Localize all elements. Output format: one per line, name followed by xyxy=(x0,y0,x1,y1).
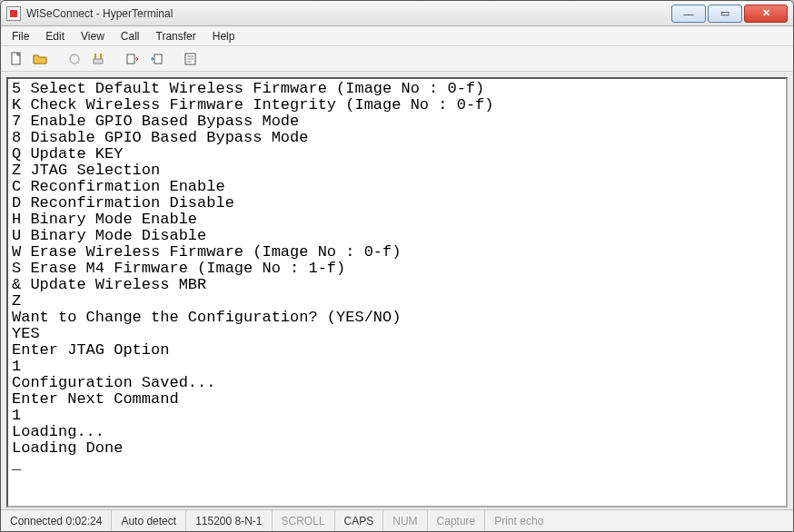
minimize-button[interactable]: — xyxy=(671,5,706,23)
toolbar xyxy=(1,46,793,72)
menu-edit[interactable]: Edit xyxy=(38,28,72,44)
connect-icon[interactable] xyxy=(65,49,84,69)
svg-rect-2 xyxy=(94,59,103,64)
menu-file[interactable]: File xyxy=(5,28,36,44)
status-detect: Auto detect xyxy=(112,510,186,531)
status-baud: 115200 8-N-1 xyxy=(186,510,272,531)
terminal-frame: 5 Select Default Wireless Firmware (Imag… xyxy=(6,77,788,507)
window-title: WiSeConnect - HyperTerminal xyxy=(26,7,671,20)
status-printecho: Print echo xyxy=(485,510,793,531)
new-file-icon[interactable] xyxy=(6,49,26,69)
open-file-icon[interactable] xyxy=(30,49,50,69)
send-icon[interactable] xyxy=(123,49,143,69)
maximize-button[interactable]: ▭ xyxy=(708,5,742,23)
svg-rect-3 xyxy=(127,54,134,64)
terminal-output[interactable]: 5 Select Default Wireless Firmware (Imag… xyxy=(8,79,786,475)
title-bar[interactable]: WiSeConnect - HyperTerminal — ▭ ✕ xyxy=(1,1,793,26)
app-window: WiSeConnect - HyperTerminal — ▭ ✕ File E… xyxy=(0,0,794,532)
receive-icon[interactable] xyxy=(146,49,166,69)
menu-transfer[interactable]: Transfer xyxy=(149,28,203,44)
status-bar: Connected 0:02:24 Auto detect 115200 8-N… xyxy=(1,509,793,531)
menu-help[interactable]: Help xyxy=(205,28,243,44)
status-num: NUM xyxy=(383,510,427,531)
properties-icon[interactable] xyxy=(181,49,201,69)
status-scroll: SCROLL xyxy=(273,510,335,531)
window-controls: — ▭ ✕ xyxy=(671,5,788,23)
disconnect-icon[interactable] xyxy=(88,49,108,69)
svg-rect-4 xyxy=(154,54,162,64)
menu-call[interactable]: Call xyxy=(114,28,147,44)
status-capture: Capture xyxy=(428,510,486,531)
app-icon xyxy=(6,6,21,21)
status-connected: Connected 0:02:24 xyxy=(1,510,112,531)
menu-bar: File Edit View Call Transfer Help xyxy=(1,26,793,46)
menu-view[interactable]: View xyxy=(74,28,112,44)
client-area: 5 Select Default Wireless Firmware (Imag… xyxy=(1,72,793,509)
close-button[interactable]: ✕ xyxy=(744,5,788,23)
status-caps: CAPS xyxy=(335,510,384,531)
